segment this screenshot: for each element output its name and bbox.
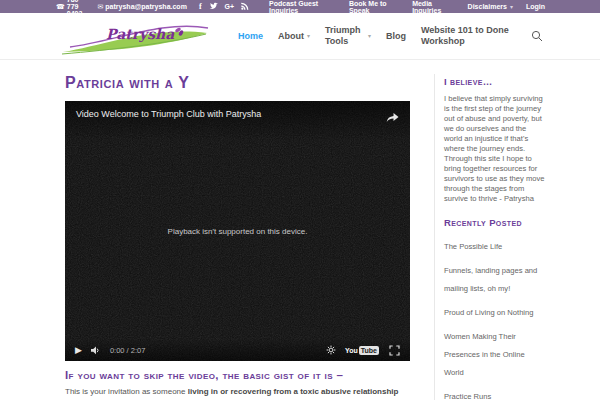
chevron-down-icon: ▾ [510,4,513,10]
volume-button[interactable] [91,346,101,355]
social-links: f G+ [199,2,256,11]
topbar-item-disclaimers[interactable]: Disclaimers▾ [468,3,513,10]
video-title-bar: Video Welcome to Triumph Club with Patry… [65,101,410,141]
facebook-icon[interactable]: f [199,2,202,11]
fullscreen-icon [389,345,400,356]
recent-post-link[interactable]: Proud of Living on Nothing [444,308,534,317]
rss-icon[interactable] [241,2,249,11]
video-title[interactable]: Video Welcome to Triumph Club with Patry… [76,109,261,119]
topbar-item-book-me[interactable]: Book Me to Speak [349,0,399,14]
speaker-icon [91,346,101,355]
recent-post-link[interactable]: The Possible Life [444,242,502,251]
googleplus-icon[interactable]: G+ [225,3,235,10]
topbar-menu: Podcast Guest Inquiries Book Me to Speak… [256,0,545,14]
email-icon: ✉ [97,3,103,11]
youtube-logo[interactable]: YouTube [345,346,379,355]
believe-text: I believe that simply surviving is the f… [444,94,545,204]
topbar: ☎ 780 779 0403 ✉ patrysha@patrysha.com f… [0,0,600,13]
list-item: Practice Runs [444,385,545,400]
topbar-item-media[interactable]: Media Inquiries [412,0,454,14]
email-address: patrysha@patrysha.com [105,3,187,10]
search-icon[interactable] [531,30,543,42]
sidebar: I believe… I believe that simply survivi… [434,74,545,400]
page-title: Patricia with a Y [65,74,410,92]
chevron-down-icon: ▾ [368,33,371,39]
nav-item-triumph-tools[interactable]: Triumph Tools▾ [325,25,371,47]
share-icon[interactable] [386,109,399,127]
sidebar-heading-recent: Recently Posted [444,217,545,228]
section-heading: If you want to skip the video, the basic… [65,369,410,381]
time-display: 0:00 / 2:07 [110,346,145,355]
recent-post-link[interactable]: Practice Runs [444,392,491,400]
settings-button[interactable] [326,345,336,355]
twitter-icon[interactable] [209,2,218,11]
playback-message: Playback isn't supported on this device. [65,227,410,236]
nav-item-workshop[interactable]: Website 101 to Done Workshop [421,25,517,47]
main-column: Patricia with a Y Video Welcome to Trium… [65,74,410,400]
topbar-item-podcast[interactable]: Podcast Guest Inquiries [269,0,336,14]
recent-posts-list: The Possible Life Funnels, landing pages… [444,235,545,400]
play-button[interactable]: ▶ [75,346,82,355]
nav-item-blog[interactable]: Blog [386,31,406,42]
recent-post-link[interactable]: Women Making Their Presences in the Onli… [444,332,525,377]
intro-paragraph: This is your invitation as someone livin… [65,386,410,400]
phone-icon: ☎ [56,3,65,11]
play-icon: ▶ [75,346,82,355]
gear-icon [326,345,336,355]
fullscreen-button[interactable] [389,345,400,356]
header: Patrysha Home About▾ Triumph Tools▾ Blog… [0,13,600,60]
topbar-item-login[interactable]: Login [526,3,545,10]
list-item: Funnels, landing pages and mailing lists… [444,259,545,295]
logo-text: Patrysha [106,26,175,43]
email-link[interactable]: ✉ patrysha@patrysha.com [97,3,186,11]
sidebar-heading-believe: I believe… [444,76,545,87]
nav-item-home[interactable]: Home [238,31,263,42]
site-logo[interactable]: Patrysha [60,13,210,59]
video-player[interactable]: Video Welcome to Triumph Club with Patry… [65,101,410,361]
video-controls: ▶ 0:00 / 2:07 YouTube [65,339,410,361]
list-item: The Possible Life [444,235,545,253]
content: Patricia with a Y Video Welcome to Trium… [0,60,600,400]
main-nav: Home About▾ Triumph Tools▾ Blog Website … [223,25,543,47]
chevron-down-icon: ▾ [307,33,310,39]
nav-item-about[interactable]: About▾ [278,31,310,42]
page: ☎ 780 779 0403 ✉ patrysha@patrysha.com f… [0,0,600,400]
list-item: Proud of Living on Nothing [444,301,545,319]
recent-post-link[interactable]: Funnels, landing pages and mailing lists… [444,266,537,293]
list-item: Women Making Their Presences in the Onli… [444,325,545,379]
